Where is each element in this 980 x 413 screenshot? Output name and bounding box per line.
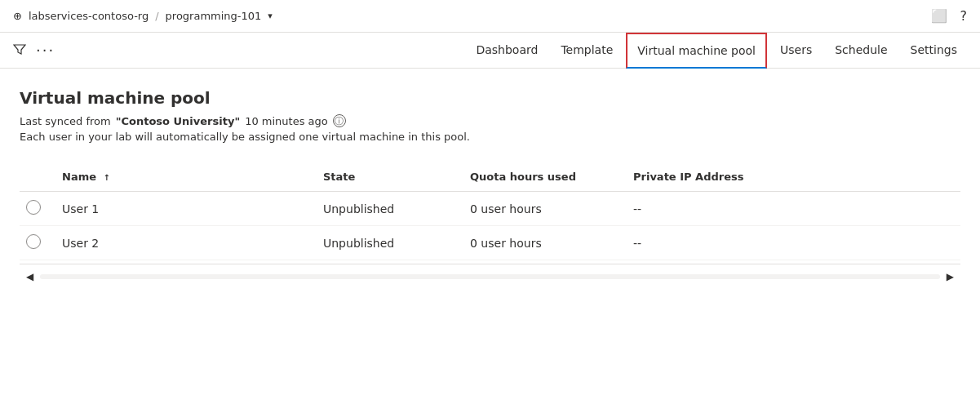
table-row[interactable]: User 1Unpublished0 user hours--	[20, 192, 960, 226]
scroll-right-icon[interactable]: ▶	[940, 271, 960, 282]
scroll-track[interactable]	[40, 274, 940, 279]
row-name: User 2	[52, 226, 313, 260]
row-select-cell[interactable]	[20, 192, 52, 226]
tab-users[interactable]: Users	[770, 33, 822, 69]
scroll-bar-row: ◀ ▶	[20, 264, 960, 289]
sort-icon: ↑	[104, 173, 110, 182]
nav-tabs: Dashboard Template Virtual machine pool …	[466, 33, 967, 69]
pool-description: Each user in your lab will automatically…	[20, 131, 960, 143]
resource-dropdown-icon[interactable]: ▾	[268, 11, 273, 21]
resource-group-label[interactable]: labservices-contoso-rg	[29, 10, 149, 22]
topbar-breadcrumb-icon: ⊕	[13, 10, 22, 22]
row-quota: 0 user hours	[460, 226, 623, 260]
table-header-quota: Quota hours used	[460, 162, 623, 192]
row-name: User 1	[52, 192, 313, 226]
scroll-left-icon[interactable]: ◀	[20, 271, 40, 282]
more-options-icon[interactable]: ···	[36, 42, 55, 59]
table-row[interactable]: User 2Unpublished0 user hours--	[20, 226, 960, 260]
toolbar: ··· Dashboard Template Virtual machine p…	[0, 33, 980, 69]
breadcrumb: ⊕ labservices-contoso-rg / programming-1…	[13, 10, 273, 22]
tab-schedule[interactable]: Schedule	[825, 33, 897, 69]
resource-name-label[interactable]: programming-101	[166, 10, 262, 22]
sync-source: "Contoso University"	[116, 115, 240, 127]
row-state: Unpublished	[313, 226, 460, 260]
topbar-actions: ⬜ ?	[931, 8, 968, 24]
sync-prefix: Last synced from	[20, 115, 111, 127]
row-radio[interactable]	[26, 200, 41, 215]
table-header-name[interactable]: Name ↑	[52, 162, 313, 192]
table-body: User 1Unpublished0 user hours--User 2Unp…	[20, 192, 960, 260]
help-icon[interactable]: ?	[960, 8, 968, 24]
topbar: ⊕ labservices-contoso-rg / programming-1…	[0, 0, 980, 33]
vm-pool-table: Name ↑ State Quota hours used Private IP…	[20, 162, 960, 260]
sync-info: Last synced from "Contoso University" 10…	[20, 114, 960, 127]
row-ip: --	[623, 192, 960, 226]
table-header-row: Name ↑ State Quota hours used Private IP…	[20, 162, 960, 192]
sync-suffix: 10 minutes ago	[245, 115, 328, 127]
table-header-ip: Private IP Address	[623, 162, 960, 192]
row-state: Unpublished	[313, 192, 460, 226]
row-select-cell[interactable]	[20, 226, 52, 260]
row-radio[interactable]	[26, 234, 41, 249]
page-title: Virtual machine pool	[20, 88, 960, 108]
row-quota: 0 user hours	[460, 192, 623, 226]
row-ip: --	[623, 226, 960, 260]
toolbar-left: ···	[13, 42, 55, 59]
monitor-icon[interactable]: ⬜	[931, 8, 947, 24]
info-icon[interactable]: ⓘ	[333, 114, 346, 127]
table-header-state: State	[313, 162, 460, 192]
breadcrumb-separator: /	[155, 10, 158, 22]
tab-virtual-machine-pool[interactable]: Virtual machine pool	[626, 33, 767, 69]
tab-template[interactable]: Template	[551, 33, 623, 69]
table-header-select	[20, 162, 52, 192]
tab-dashboard[interactable]: Dashboard	[466, 33, 548, 69]
tab-settings[interactable]: Settings	[901, 33, 967, 69]
main-content: Virtual machine pool Last synced from "C…	[0, 69, 980, 413]
filter-icon[interactable]	[13, 42, 26, 59]
